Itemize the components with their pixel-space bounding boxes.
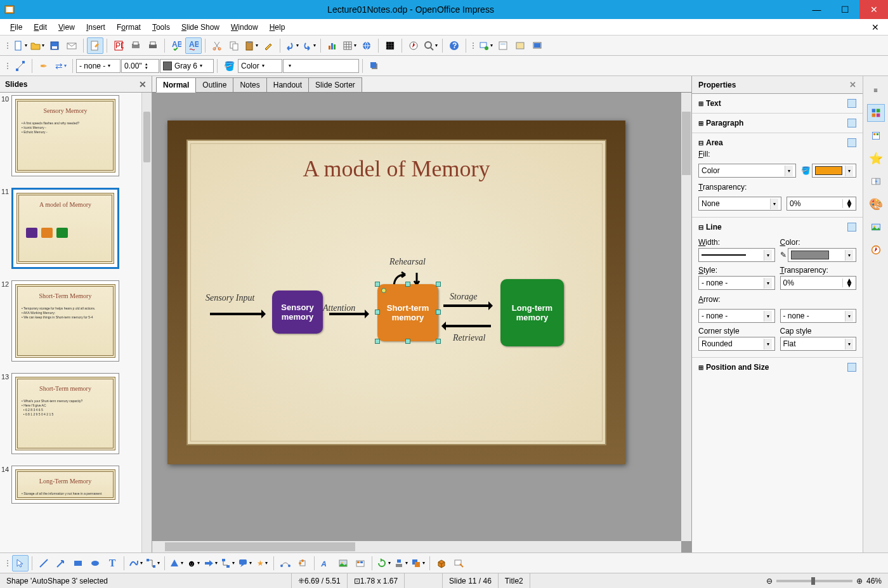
extrusion-button[interactable]	[433, 555, 450, 572]
paste-button[interactable]: ▾	[243, 37, 259, 54]
arrow[interactable]	[443, 325, 491, 327]
from-file-button[interactable]	[335, 555, 351, 572]
menu-view[interactable]: View	[53, 20, 80, 34]
tab-normal[interactable]: Normal	[156, 77, 196, 93]
section-area-header[interactable]: ⊟Area	[698, 136, 856, 150]
arrow[interactable]	[443, 304, 491, 307]
print-preview-button[interactable]	[127, 37, 144, 54]
properties-close-icon[interactable]: ✕	[849, 80, 856, 89]
slide-layout-button[interactable]	[495, 37, 511, 54]
autospell-button[interactable]: ABC	[185, 37, 202, 54]
gluepoints-button[interactable]	[294, 555, 311, 572]
grid-button[interactable]	[382, 37, 398, 54]
slide-thumb[interactable]: 11 A model of Memory	[11, 188, 147, 269]
rail-navigator-button[interactable]	[867, 241, 885, 259]
arrow-start-select[interactable]: - none -▾	[698, 309, 775, 323]
arrow[interactable]	[329, 313, 367, 315]
slide-thumb[interactable]: 14 Long-Term Memory • Storage of all the…	[11, 466, 147, 504]
arrow[interactable]	[210, 313, 264, 315]
interaction-button[interactable]	[450, 555, 467, 572]
chart-button[interactable]	[324, 37, 341, 54]
selection-handle[interactable]	[375, 310, 380, 315]
tab-handout[interactable]: Handout	[266, 77, 309, 93]
selection-handle[interactable]	[375, 339, 380, 344]
box-long-term[interactable]: Long-term memory	[500, 279, 564, 346]
line-style-select[interactable]: - none -▾	[698, 276, 775, 290]
callouts-button[interactable]: ▾	[237, 555, 253, 572]
toolbar-grip[interactable]	[471, 42, 475, 49]
rotate-button[interactable]: ▾	[375, 555, 392, 572]
tab-notes[interactable]: Notes	[233, 77, 266, 93]
menu-tools[interactable]: Tools	[147, 20, 175, 34]
area-style-icon[interactable]: 🪣	[221, 58, 237, 74]
hyperlink-button[interactable]	[358, 37, 375, 54]
selection-handle[interactable]	[405, 339, 410, 344]
line-style-select[interactable]: - none -▾	[76, 59, 121, 73]
selection-handle[interactable]	[436, 282, 441, 287]
insert-slide-button[interactable]: ▾	[478, 37, 494, 54]
selection-handle[interactable]	[436, 310, 441, 315]
selection-handle[interactable]	[405, 282, 410, 287]
arrange-button[interactable]: ▾	[410, 555, 426, 572]
menu-format[interactable]: Format	[112, 20, 146, 34]
fill-type-select[interactable]: Color▾	[238, 59, 282, 73]
horizontal-scrollbar[interactable]	[152, 541, 681, 552]
save-button[interactable]	[46, 37, 63, 54]
text-tool-button[interactable]: T	[104, 555, 121, 572]
cap-style-select[interactable]: Flat▾	[780, 337, 857, 351]
vertical-scrollbar[interactable]	[681, 93, 691, 541]
rail-properties-button[interactable]	[867, 104, 885, 122]
block-arrows-button[interactable]: ▾	[202, 555, 219, 572]
edit-file-button[interactable]	[87, 37, 103, 54]
label-attention[interactable]: Attention	[323, 303, 355, 313]
line-color-select[interactable]: Gray 6▾	[160, 59, 214, 73]
rail-slide-transition-button[interactable]	[867, 173, 885, 190]
points-button[interactable]	[277, 555, 294, 572]
fontwork-button[interactable]: A	[318, 555, 334, 572]
zoom-button[interactable]: ▾	[422, 37, 439, 54]
rail-styles-button[interactable]: 🎨	[867, 195, 885, 213]
new-button[interactable]: ▾	[12, 37, 29, 54]
zoom-value[interactable]: 46%	[866, 577, 882, 585]
selection-handle[interactable]	[436, 339, 441, 344]
rail-master-pages-button[interactable]	[867, 127, 885, 145]
label-storage[interactable]: Storage	[450, 292, 478, 302]
symbol-shapes-button[interactable]: ☻▾	[185, 555, 202, 572]
curve-tool-button[interactable]: ▾	[127, 555, 144, 572]
toolbar-grip[interactable]	[6, 560, 10, 566]
print-button[interactable]	[145, 37, 161, 54]
box-sensory[interactable]: Sensory memory	[272, 291, 323, 334]
ellipse-tool-button[interactable]	[87, 555, 103, 572]
edit-points-button[interactable]	[12, 58, 29, 74]
line-width-select[interactable]: ▾	[698, 248, 775, 262]
slide[interactable]: A model of Memory Sensory Input Attentio…	[167, 121, 625, 464]
maximize-button[interactable]: ☐	[831, 0, 859, 19]
select-tool-button[interactable]	[12, 555, 29, 572]
gallery-button[interactable]	[352, 555, 369, 572]
fill-color-select[interactable]: ▾	[812, 164, 856, 178]
menu-file[interactable]: File	[5, 20, 27, 34]
email-button[interactable]	[63, 37, 80, 54]
rail-gallery-button[interactable]	[867, 218, 885, 236]
document-close-button[interactable]: ✕	[868, 22, 883, 32]
transparency-value-spinner[interactable]: 0%▲▼	[787, 197, 856, 211]
close-button[interactable]: ✕	[859, 0, 888, 19]
label-rehearsal[interactable]: Rehearsal	[389, 257, 426, 267]
zoom-slider[interactable]	[776, 580, 852, 582]
navigator-button[interactable]	[405, 37, 422, 54]
table-button[interactable]: ▾	[341, 37, 358, 54]
zoom-out-button[interactable]: ⊖	[766, 577, 773, 585]
menu-window[interactable]: Window	[226, 20, 263, 34]
section-line-header[interactable]: ⊟Line	[698, 220, 856, 234]
toolbar-grip[interactable]	[6, 42, 10, 49]
adjustment-handle[interactable]	[381, 288, 386, 293]
menu-edit[interactable]: Edit	[29, 20, 52, 34]
selection-handle[interactable]	[375, 282, 380, 287]
box-short-term[interactable]: Short-term memory	[377, 284, 438, 341]
line-style-icon[interactable]: ✒	[36, 58, 52, 74]
slide-design-button[interactable]	[512, 37, 528, 54]
slide-thumb[interactable]: 13 Short-Term memory • What's your Short…	[11, 373, 147, 454]
toolbar-grip[interactable]	[6, 63, 10, 69]
stars-button[interactable]: ★▾	[254, 555, 270, 572]
arrow-style-button[interactable]: ⇄▾	[53, 58, 69, 74]
